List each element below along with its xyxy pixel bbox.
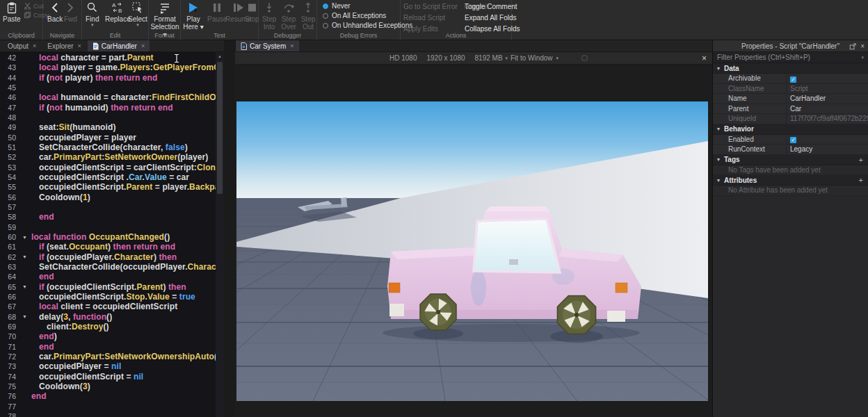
pane-divider[interactable] — [224, 40, 235, 417]
script-editor[interactable]: 42local character = part.Parent43local p… — [0, 52, 224, 417]
code-text[interactable]: if (occupiedClientScript.Parent) then — [30, 282, 217, 292]
code-line: 58end — [0, 212, 217, 222]
code-text[interactable]: seat:Sit(humanoid) — [30, 122, 217, 132]
code-text[interactable]: occupiedPlayer = player — [30, 133, 217, 142]
code-text[interactable]: Cooldown(3) — [30, 382, 217, 391]
code-line: 66occupiedClientScript.Stop.Value = true — [0, 292, 217, 302]
close-icon[interactable]: × — [78, 42, 81, 49]
property-value[interactable]: CarHandler — [787, 94, 868, 104]
section-header-tags[interactable]: ▼Tags+ — [713, 155, 868, 165]
add-icon[interactable]: + — [859, 176, 863, 184]
section-collapse-icon[interactable]: ▼ — [713, 178, 724, 183]
editor-tab-output[interactable]: Output× — [3, 40, 41, 51]
code-text[interactable]: SetCharacterCollide(character, false) — [30, 142, 217, 152]
code-text[interactable]: SetCharacterCollide(occupiedPlayer.Chara… — [30, 262, 217, 272]
line-number: 51 — [0, 143, 19, 152]
section-collapse-icon[interactable]: ▼ — [713, 126, 724, 131]
code-text[interactable]: end — [30, 391, 217, 401]
close-icon[interactable]: × — [290, 42, 294, 49]
group-label-test: Test — [181, 32, 258, 39]
section-header-attributes[interactable]: ▼Attributes+ — [713, 175, 868, 186]
code-text[interactable]: client:Destroy() — [30, 322, 217, 332]
record-icon[interactable] — [581, 55, 588, 61]
game-tab-car-system[interactable]: Car System × — [236, 40, 299, 51]
radio-option-on-all-exceptions[interactable]: On All Exceptions — [323, 11, 412, 20]
memory-dropdown[interactable]: 8192 MB ▾ — [475, 54, 508, 62]
step-over-button[interactable]: Step Over — [280, 1, 298, 31]
code-text[interactable]: local player = game.Players:GetPlayerFro… — [30, 63, 217, 72]
code-text[interactable]: occupiedClientScript .Car.Value = car — [30, 172, 217, 182]
code-text[interactable]: car.PrimaryPart:SetNetworkOwner(player) — [30, 152, 217, 162]
code-text[interactable]: if (occupiedPlayer.Character) then — [30, 252, 217, 262]
replace-button[interactable]: AB Replace — [105, 1, 131, 23]
line-number: 44 — [0, 74, 19, 82]
editor-tab-carhandler[interactable]: CarHandler× — [88, 40, 150, 51]
scroll-up-icon[interactable]: ▲ — [216, 52, 224, 60]
radio-option-on-unhandled-exceptions[interactable]: On Unhandled Exceptions — [323, 21, 412, 30]
back-button[interactable]: Back — [47, 1, 63, 23]
scrollbar-thumb[interactable] — [217, 62, 223, 194]
paste-button[interactable]: Paste — [3, 1, 21, 23]
code-text[interactable]: end — [30, 342, 217, 352]
radio-option-never[interactable]: Never — [323, 1, 412, 10]
checkbox-checked-icon[interactable]: ✓ — [790, 137, 796, 143]
code-text[interactable]: if (not humanoid) then return end — [30, 103, 217, 113]
code-text[interactable]: local client = occupiedClientScript — [30, 302, 217, 311]
fold-arrow-icon[interactable]: ▼ — [19, 235, 30, 240]
code-text[interactable]: car.PrimaryPart:SetNetworkOwnershipAuto(… — [30, 352, 217, 361]
stop-button[interactable]: Stop — [245, 1, 259, 23]
close-icon[interactable]: × — [141, 42, 145, 49]
property-value[interactable]: ✓ — [787, 135, 868, 145]
find-button[interactable]: Find ▾ — [86, 1, 99, 27]
close-game-view-button[interactable]: × — [702, 54, 707, 63]
editor-scrollbar[interactable]: ▲ — [216, 52, 224, 417]
close-icon[interactable]: × — [33, 42, 36, 49]
section-header-data[interactable]: ▼Data — [713, 63, 868, 74]
fold-arrow-icon[interactable]: ▼ — [19, 254, 30, 259]
code-text[interactable]: occupiedClientScript = nil — [30, 372, 217, 382]
section-header-behavior[interactable]: ▼Behavior — [713, 124, 868, 135]
code-text[interactable]: occupiedPlayer = nil — [30, 361, 217, 371]
toggle-comment-button[interactable]: Toggle Comment — [465, 2, 520, 11]
pause-button[interactable]: Pause — [207, 1, 227, 23]
code-text[interactable]: if (not player) then return end — [30, 73, 217, 83]
play-here-button[interactable]: Play Here ▾ — [182, 1, 204, 31]
code-text[interactable]: local character = part.Parent — [30, 53, 217, 63]
filter-properties-input[interactable]: Filter Properties (Ctrl+Shift+P) ▾ — [713, 52, 868, 63]
code-text[interactable]: if (seat.Occupant) then return end — [30, 242, 217, 252]
section-collapse-icon[interactable]: ▼ — [713, 66, 724, 71]
property-value[interactable]: ✓ — [787, 74, 868, 83]
fold-arrow-icon[interactable]: ▼ — [19, 314, 30, 319]
code-line: 76end — [0, 391, 217, 401]
fit-to-window-dropdown[interactable]: Fit to Window ▾ — [511, 54, 558, 62]
code-text[interactable]: end — [30, 272, 217, 281]
code-text[interactable]: occupiedClientScript = carClientScript:C… — [30, 163, 217, 172]
goto-script-error-button[interactable]: Go to Script Error — [403, 2, 458, 11]
editor-tab-explorer[interactable]: Explorer× — [42, 40, 86, 51]
fold-arrow-icon[interactable]: ▼ — [19, 284, 30, 289]
code-text[interactable]: end) — [30, 332, 217, 341]
code-text[interactable]: occupiedClientScript.Stop.Value = true — [30, 292, 217, 302]
code-text[interactable]: local function OccupantChanged() — [30, 232, 217, 242]
code-text[interactable]: end — [30, 212, 217, 222]
paste-icon — [6, 1, 18, 14]
step-into-button[interactable]: Step Into — [260, 1, 278, 31]
line-number: 62 — [0, 253, 19, 261]
close-icon[interactable]: × — [860, 40, 865, 52]
popout-icon[interactable] — [849, 43, 856, 50]
property-value[interactable]: Car — [787, 104, 868, 114]
code-text[interactable]: Cooldown(1) — [30, 193, 217, 202]
checkbox-checked-icon[interactable]: ✓ — [790, 76, 796, 83]
add-icon[interactable]: + — [859, 156, 863, 164]
select-button[interactable]: Select ▾ — [128, 1, 147, 27]
chevron-down-icon: ▾ — [91, 23, 94, 27]
forward-button[interactable]: Fwd — [64, 1, 77, 23]
expand-all-folds-button[interactable]: Expand All Folds — [465, 13, 520, 22]
section-collapse-icon[interactable]: ▼ — [713, 157, 724, 162]
code-text[interactable]: local humanoid = character:FindFirstChil… — [30, 92, 217, 102]
property-value[interactable]: Legacy — [787, 145, 868, 154]
code-text[interactable]: occupiedClientScript.Parent = player.Bac… — [30, 182, 217, 192]
step-out-button[interactable]: Step Out — [299, 1, 317, 31]
code-text[interactable]: delay(3, function() — [30, 312, 217, 322]
game-viewport[interactable] — [236, 101, 708, 401]
